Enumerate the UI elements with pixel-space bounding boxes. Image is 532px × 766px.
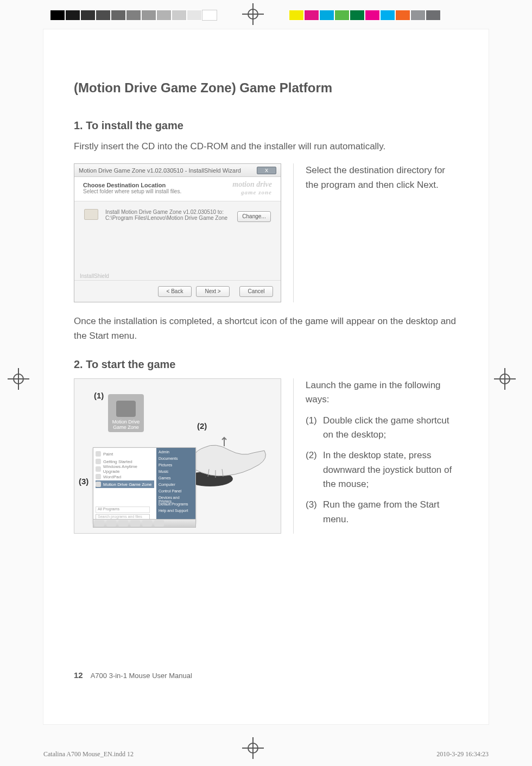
callout-1: (1) [94, 391, 104, 400]
section-1-heading: 1. To install the game [74, 119, 459, 132]
installer-header-title: Choose Destination Location [83, 182, 181, 188]
item-number: (2) [306, 448, 323, 491]
callout-2: (2) [197, 421, 207, 431]
registration-mark-icon [8, 368, 29, 390]
launch-screenshot: (1) (2) (3) Motion Drive Game Zone [74, 378, 281, 534]
section-2-side-intro: Launch the game in the following ways: [306, 378, 459, 407]
section-1-after-text: Once the installation is completed, a sh… [74, 314, 459, 343]
registration-mark-icon [242, 3, 264, 25]
prepress-color-bar [289, 10, 441, 21]
item-number: (1) [306, 414, 323, 442]
page-number: 12 [74, 670, 83, 680]
cancel-button[interactable]: Cancel [239, 286, 273, 297]
slug-timestamp: 2010-3-29 16:34:23 [436, 750, 489, 758]
slug-file: Catalina A700 Mouse_EN.indd 12 [43, 750, 134, 758]
start-menu-item-selected[interactable]: Motion Drive Game Zone [96, 480, 154, 488]
taskbar[interactable] [93, 519, 196, 528]
installer-dialog: Motion Drive Game Zone v1.02.030510 - In… [74, 163, 281, 302]
installer-header-subtitle: Select folder where setup will install f… [83, 188, 181, 194]
game-desktop-shortcut[interactable]: Motion Drive Game Zone [108, 394, 144, 432]
prepress-grayscale-bar [50, 10, 217, 21]
desktop-icon-label: Motion Drive Game Zone [110, 419, 142, 430]
item-text: In the desktop state, press downward the… [323, 448, 459, 491]
close-button[interactable]: X [257, 167, 276, 174]
page-title: (Motion Drive Game Zone) Game Platform [74, 80, 459, 96]
start-menu-item[interactable]: WordPad [96, 473, 154, 480]
section-1-intro: Firstly insert the CD into the CD-ROM an… [74, 140, 459, 154]
manual-title: A700 3-in-1 Mouse User Manual [91, 672, 192, 680]
installer-brand-logo: motion drive game zone [232, 180, 272, 195]
all-programs-button[interactable]: All Programs [96, 507, 150, 513]
section-2-heading: 2. To start the game [74, 358, 459, 371]
item-number: (3) [306, 498, 323, 527]
callout-3: (3) [79, 477, 88, 486]
install-to-label: Install Motion Drive Game Zone v1.02.030… [105, 209, 227, 215]
next-button[interactable]: Next > [196, 286, 230, 297]
installshield-label: InstallShield [80, 273, 109, 279]
folder-icon [84, 209, 98, 220]
prepress-slug: Catalina A700 Mouse_EN.indd 12 2010-3-29… [43, 750, 489, 758]
back-button[interactable]: < Back [158, 286, 192, 297]
item-text: Run the game from the Start menu. [323, 498, 459, 527]
start-menu-right-column: Admin Documents Pictures Music Games Com… [156, 448, 195, 523]
launch-methods-list: (1)Double click the game shortcut on the… [306, 414, 459, 527]
start-menu-item[interactable]: Windows Anytime Upgrade [96, 465, 154, 473]
install-path: C:\Program Files\Lenovo\Motion Drive Gam… [105, 215, 227, 221]
document-page: (Motion Drive Game Zone) Game Platform 1… [43, 29, 489, 724]
installer-window-title: Motion Drive Game Zone v1.02.030510 - In… [79, 167, 241, 174]
start-menu-item[interactable]: Paint [96, 450, 154, 458]
start-menu[interactable]: Paint Getting Started Windows Anytime Up… [93, 447, 196, 523]
registration-mark-icon [494, 368, 516, 390]
section-1-side-text: Select the destination directory for the… [306, 163, 459, 192]
page-footer: 12 A700 3-in-1 Mouse User Manual [74, 670, 192, 680]
change-button[interactable]: Change... [237, 211, 271, 222]
item-text: Double click the game shortcut on the de… [323, 414, 459, 442]
game-icon [116, 401, 136, 417]
